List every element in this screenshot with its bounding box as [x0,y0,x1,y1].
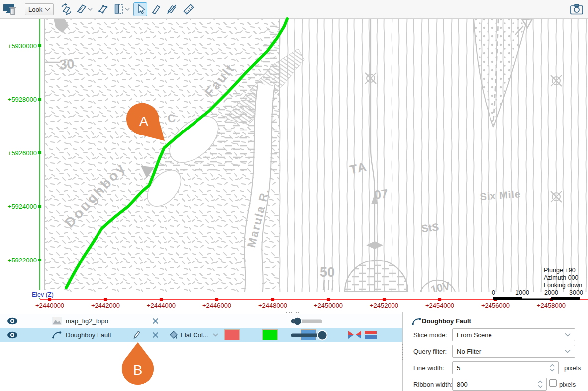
polyline-layer-icon [411,317,421,325]
visibility-eye-icon[interactable] [7,331,18,339]
ruler-icon [182,3,195,16]
remove-from-scene-icon[interactable] [152,318,159,324]
panel-splitter-handle[interactable] [402,344,403,362]
shape-row-label: Doughboy Fault [66,331,111,339]
properties-title: Doughboy Fault [422,317,471,325]
ribbon-width-spinbox[interactable] [452,378,547,391]
clear-scene-icon [3,2,17,16]
properties-panel: Doughboy Fault Slice mode: From Scene Qu… [402,312,588,391]
slice-mode-label: Slice mode: [413,331,447,339]
ribbon-width-input[interactable] [453,378,538,390]
query-filter-dropdown[interactable]: No Filter [452,345,575,358]
query-filter-label: Query filter: [413,348,447,355]
ruler-tool-button[interactable] [182,2,196,16]
slicer-tool-dropdown-arrow[interactable] [87,2,94,16]
scene-toolbar: Look [0,0,588,19]
slice-mode-dropdown[interactable]: From Scene [452,328,575,341]
select-tool-button[interactable] [133,2,147,16]
visibility-eye-icon[interactable] [7,317,18,325]
panel-splitter-handle[interactable] [286,312,299,313]
toolbar-separator [57,3,57,16]
spinner-arrows-icon[interactable] [538,380,545,389]
colour-mode-dropdown[interactable]: Flat Col... [181,331,208,339]
chevron-down-icon [88,8,93,11]
rotate-slicer-button[interactable] [59,2,73,16]
remove-from-scene-icon[interactable] [152,332,159,338]
colour-bucket-icon [169,330,178,340]
ribbon-width-units: pixels [559,381,576,388]
rotate-slicer-icon [60,3,73,16]
shape-row-label: map_fig2_topo [66,317,108,325]
line-width-label: Line width: [413,364,444,372]
line-width-slider[interactable] [291,330,331,341]
camera-icon [570,4,584,15]
polyline-layer-icon [52,331,62,339]
look-dropdown-label: Look [28,6,42,13]
image-layer-icon [52,317,62,325]
clear-scene-button[interactable] [3,2,17,16]
slice-display-dropdown-arrow[interactable] [124,2,131,16]
edit-polyline-pencil-icon[interactable] [132,330,141,340]
application-window: Look [0,0,588,391]
line-width-spinbox[interactable] [452,361,559,374]
toolbar-separator [21,3,21,16]
query-filter-value: No Filter [457,348,481,355]
shape-list-panel: map_fig2_topo Doughboy [0,312,402,391]
line-width-input[interactable] [453,362,550,374]
ribbon-flip-icon[interactable] [348,331,361,339]
look-direction-dropdown[interactable]: Look [25,3,54,15]
colour-swatch-green[interactable] [262,329,278,340]
chevron-down-icon[interactable] [213,333,218,337]
select-cursor-icon [134,3,147,16]
spinner-arrows-icon[interactable] [550,363,557,372]
scene-viewport[interactable] [0,19,588,311]
camera-snapshot-button[interactable] [567,2,586,16]
shape-row-doughboy-fault[interactable]: Doughboy Fault Flat Col... [0,328,402,342]
ribbon-width-pixels-checkbox[interactable] [549,379,557,387]
remove-slicer-icon [165,3,178,16]
chevron-down-icon [125,8,130,11]
draw-slicer-line-button[interactable] [149,2,163,16]
shape-row-map-fig2-topo[interactable]: map_fig2_topo [0,314,402,328]
opacity-slider[interactable] [290,317,325,325]
chevron-down-icon [565,349,571,353]
ribbon-width-label: Ribbon width: [413,381,453,388]
chevron-down-icon [45,8,50,11]
ribbon-sides-icon[interactable] [365,331,377,339]
colour-swatch-red[interactable] [224,329,240,340]
move-slicer-icon [97,3,109,16]
line-width-units: pixels [564,364,581,372]
remove-slicer-button[interactable] [165,2,179,16]
slice-mode-value: From Scene [457,331,492,339]
draw-line-icon [150,3,163,16]
move-slicer-button[interactable] [96,2,110,16]
chevron-down-icon [565,333,571,337]
